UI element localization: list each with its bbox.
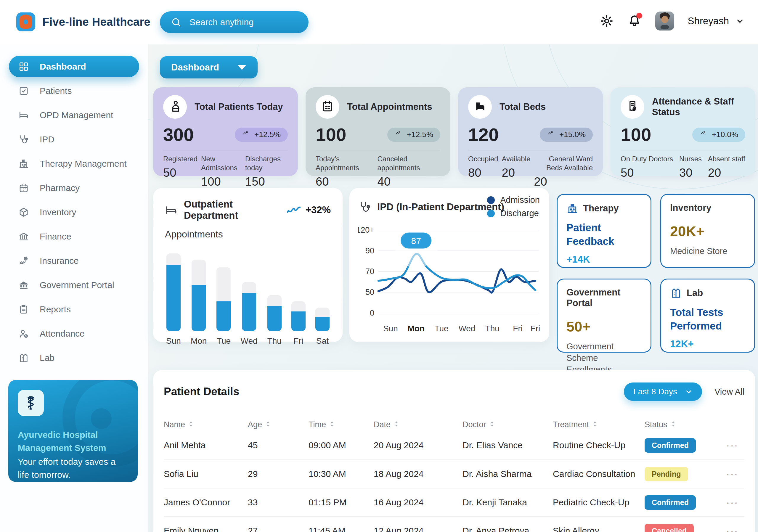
range-filter-button[interactable]: Last 8 Days: [624, 382, 702, 401]
row-menu-ellipsis-icon[interactable]: ···: [722, 525, 744, 532]
column-header-label: Time: [309, 420, 326, 429]
divider: [316, 150, 440, 150]
cell-treatment: Routine Check-Up: [553, 440, 644, 450]
bar-track: [191, 260, 206, 331]
trend-arrow-icon: [242, 130, 251, 139]
sidebar-item-attendance[interactable]: Attendance: [9, 323, 139, 344]
stat-card-icon-circle: [163, 95, 187, 119]
column-header-label: Doctor: [463, 420, 486, 429]
page-dropdown-label: Dashboard: [171, 62, 219, 73]
column-header-label: Treatment: [553, 420, 589, 429]
bar-column: Thu: [267, 250, 282, 346]
column-header-date[interactable]: Date: [374, 420, 463, 429]
sidebar-item-opd-management[interactable]: OPD Management: [9, 104, 139, 126]
sidebar-item-finance[interactable]: Finance: [9, 226, 139, 247]
promo-card: Ayurvedic Hospital Management System You…: [8, 380, 138, 482]
trend-arrow-icon: [395, 130, 403, 139]
stat-card-icon-circle: [316, 95, 339, 119]
cell-age: 45: [248, 440, 309, 450]
sidebar-item-therapy-management[interactable]: Therapy Management: [9, 153, 139, 174]
stat-cards-row: Total Patients Today300+12.5%Registered5…: [153, 87, 755, 176]
sidebar-item-inventory[interactable]: Inventory: [9, 201, 139, 223]
trend-squiggle-icon: [286, 205, 301, 215]
cell-time: 09:00 AM: [309, 440, 374, 450]
sidebar-item-ipd[interactable]: IPD: [9, 128, 139, 150]
patient-icon: [168, 100, 182, 114]
quick-card-header: Therapy: [567, 203, 642, 214]
bell-icon[interactable]: [627, 14, 642, 28]
stat-card-header: Attendance & Staff Status: [621, 95, 745, 119]
sidebar-item-patients[interactable]: Patients: [9, 80, 139, 102]
column-header-time[interactable]: Time: [309, 420, 374, 429]
sidebar-item-pharmacy[interactable]: Pharmacy: [9, 177, 139, 199]
bar-track: [166, 253, 181, 331]
quick-card-title: Therapy: [583, 203, 619, 214]
cell-date: 18 Aug 2024: [374, 469, 463, 479]
chevron-down-icon: [736, 17, 744, 25]
patient-details-card: Patient Details Last 8 Days View All Nam…: [153, 370, 755, 532]
calendar-check-icon: [321, 100, 334, 114]
substat-value: 150: [245, 175, 288, 188]
opd-subtitle: Appointments: [165, 229, 331, 240]
stat-card-title: Total Patients Today: [194, 102, 283, 112]
row-menu-ellipsis-icon[interactable]: ···: [722, 440, 744, 451]
bar-track: [242, 282, 256, 331]
quick-card-big-value: 50+: [567, 318, 642, 335]
row-menu-ellipsis-icon[interactable]: ···: [722, 497, 744, 508]
quick-card-therapy[interactable]: TherapyPatient Feedback+14K: [557, 194, 651, 268]
app-logo-icon: [16, 13, 35, 31]
stat-card-icon-circle: [621, 95, 644, 119]
quick-card-government-portal[interactable]: Government Portal50+Government Scheme En…: [557, 279, 651, 352]
avatar[interactable]: [655, 12, 674, 30]
opd-trend: +32%: [286, 204, 331, 216]
column-header-doctor[interactable]: Doctor: [463, 420, 553, 429]
brand: Five-line Healthcare: [16, 13, 151, 31]
sidebar-item-label: Inventory: [40, 207, 76, 217]
column-header-treatment[interactable]: Treatment: [553, 420, 644, 429]
row-menu-ellipsis-icon[interactable]: ···: [722, 469, 744, 480]
substat-label: Nurses: [679, 154, 702, 163]
caduceus-icon: [18, 390, 44, 416]
cell-name: Anil Mehta: [164, 440, 248, 450]
gear-icon[interactable]: [600, 14, 614, 28]
quick-card-accent-value: +14K: [567, 254, 642, 265]
quick-card-lab[interactable]: LabTotal Tests Performed12K+: [660, 279, 755, 352]
sidebar-item-government-portal[interactable]: Government Portal: [9, 274, 139, 296]
stat-card-icon-circle: [468, 95, 492, 119]
svg-text:87: 87: [411, 236, 421, 246]
column-header-name[interactable]: Name: [164, 420, 248, 429]
sidebar-item-dashboard[interactable]: Dashboard: [9, 56, 139, 77]
search-input[interactable]: [190, 17, 304, 27]
page-dropdown[interactable]: Dashboard: [160, 56, 258, 79]
quick-card-inventory[interactable]: Inventory20K+Medicine Store: [660, 194, 755, 268]
status-badge: Pending: [644, 467, 688, 482]
svg-text:Wed: Wed: [458, 324, 475, 333]
sidebar-item-label: Government Portal: [40, 280, 114, 290]
user-menu[interactable]: Shreyash: [688, 16, 744, 27]
bar-label: Fri: [294, 336, 303, 346]
quick-card-accent-value: 12K+: [670, 338, 745, 349]
stat-card-attendance-staff-status: Attendance & Staff Status100+10.0%On Dut…: [610, 87, 755, 176]
sidebar-item-insurance[interactable]: Insurance: [9, 250, 139, 272]
column-header-status[interactable]: Status: [644, 420, 722, 429]
search-bar[interactable]: [160, 11, 309, 33]
stat-card-total-appointments: Total Appointments100+12.5%Today’s Appoi…: [306, 87, 450, 176]
svg-text:Sun: Sun: [383, 324, 398, 333]
sidebar-item-lab[interactable]: Lab: [9, 347, 139, 369]
opd-chart-card: Outpatient Department +32% Appointments …: [153, 188, 343, 342]
legend-label: Admission: [500, 195, 540, 205]
sidebar-item-reports[interactable]: Reports: [9, 298, 139, 320]
ipd-chart-card: IPD (In-Patient Department) AdmissionDis…: [349, 188, 549, 342]
bar-fill: [292, 312, 306, 331]
view-all-link[interactable]: View All: [714, 387, 744, 397]
bar-label: Tue: [217, 336, 231, 346]
column-header-age[interactable]: Age: [248, 420, 309, 429]
divider: [621, 150, 745, 150]
column-header-label: Date: [374, 420, 391, 429]
stat-card-header: Total Appointments: [316, 95, 440, 119]
quick-card-heading: Total Tests Performed: [670, 306, 745, 332]
stat-card-substats: Occupied80Available20General Ward Beds A…: [468, 154, 593, 188]
column-header-label: Age: [248, 420, 262, 429]
quick-card-heading: Patient Feedback: [567, 221, 642, 248]
hospital-icon: [18, 158, 29, 169]
